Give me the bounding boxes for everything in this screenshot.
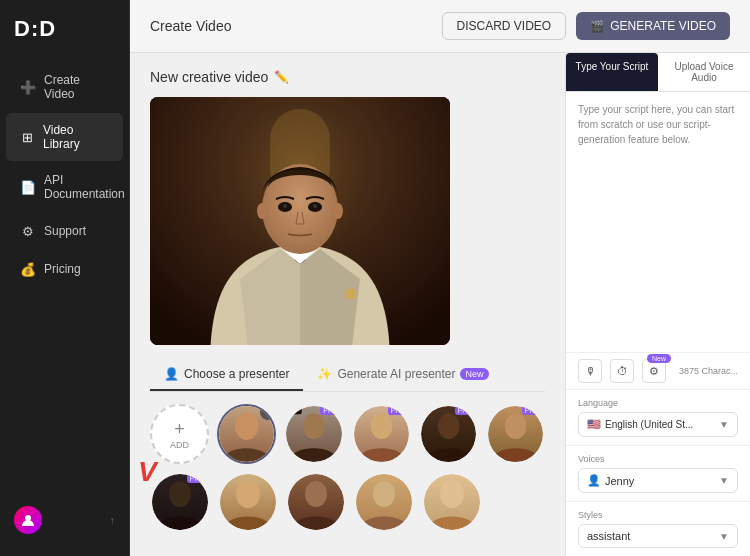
presenter-item-3[interactable]: PRO (352, 404, 411, 464)
page-title: Create Video (150, 18, 231, 34)
tab-choose-presenter[interactable]: 👤 Choose a presenter (150, 359, 303, 391)
presenter-item-5[interactable]: PRO (486, 404, 545, 464)
person-icon: 👤 (164, 367, 179, 381)
sidebar: D:D ➕ Create Video ⊞ Video Library 📄 API… (0, 0, 130, 556)
plus-icon: ➕ (20, 79, 36, 95)
settings-button[interactable]: ⚙ New (642, 359, 666, 383)
styles-section: Styles assistant ▼ (566, 501, 750, 556)
svg-rect-13 (290, 406, 302, 414)
pro-badge-3: PRO (455, 406, 476, 415)
avatar (14, 506, 42, 534)
topbar: Create Video DISCARD VIDEO 🎬 GENERATE VI… (130, 0, 750, 53)
preview-image (150, 97, 450, 345)
svg-point-11 (235, 412, 259, 440)
video-preview (150, 97, 450, 345)
sparkle-icon: ✨ (317, 367, 332, 381)
chevron-down-icon: ▼ (719, 419, 729, 430)
voices-select[interactable]: 👤 Jenny ▼ (578, 468, 738, 493)
presenter-item-8[interactable] (286, 472, 346, 532)
new-badge: New (460, 368, 488, 380)
pro-badge-5: PRO (187, 474, 208, 483)
generate-video-button[interactable]: 🎬 GENERATE VIDEO (576, 12, 730, 40)
presenter-item-10[interactable] (422, 472, 482, 532)
edit-icon[interactable]: ✏️ (274, 70, 289, 84)
script-footer: 🎙 ⏱ ⚙ New 3875 Charac... (566, 352, 750, 389)
doc-icon: 📄 (20, 179, 36, 195)
main-content: Create Video DISCARD VIDEO 🎬 GENERATE VI… (130, 0, 750, 556)
content-area: New creative video ✏️ (130, 53, 750, 556)
flag-icon: 🇺🇸 (587, 418, 601, 431)
presenter-tabs: 👤 Choose a presenter ✨ Generate AI prese… (150, 359, 545, 392)
pro-badge-2: PRO (388, 406, 409, 415)
svg-point-12 (303, 413, 325, 439)
svg-point-10 (333, 203, 343, 219)
svg-point-7 (283, 204, 287, 208)
grid-icon: ⊞ (20, 129, 35, 145)
presenter-grid-container: V + ADD × (150, 404, 545, 540)
presenter-row-2: PRO (150, 472, 545, 532)
dollar-icon: 💰 (20, 261, 36, 277)
presenter-row-1: + ADD × PRO (150, 404, 545, 464)
svg-point-14 (370, 413, 392, 439)
svg-point-18 (236, 480, 260, 508)
script-textarea[interactable]: Type your script here, you can start fro… (566, 92, 750, 352)
discard-video-button[interactable]: DISCARD VIDEO (442, 12, 567, 40)
logo: D:D (0, 12, 129, 62)
microphone-button[interactable]: 🎙 (578, 359, 602, 383)
sidebar-item-create-video[interactable]: ➕ Create Video (6, 63, 123, 111)
video-editor: New creative video ✏️ (130, 53, 565, 556)
presenter-item-1[interactable]: × (217, 404, 276, 464)
v-mark: V (138, 456, 157, 488)
svg-point-8 (313, 204, 317, 208)
script-panel: Type Your Script Upload Voice Audio Type… (565, 53, 750, 556)
sidebar-item-pricing[interactable]: 💰 Pricing (6, 251, 123, 287)
sidebar-item-label: Support (44, 224, 86, 238)
sidebar-item-label: API Documentation (44, 173, 125, 201)
svg-point-16 (505, 413, 527, 439)
svg-point-15 (437, 413, 459, 439)
script-tools: 🎙 ⏱ ⚙ New (578, 359, 666, 383)
add-presenter-button[interactable]: + ADD (150, 404, 209, 464)
video-title-row: New creative video ✏️ (150, 69, 545, 85)
tab-generate-ai[interactable]: ✨ Generate AI presenter New (303, 359, 502, 391)
script-tabs: Type Your Script Upload Voice Audio (566, 53, 750, 92)
clock-button[interactable]: ⏱ (610, 359, 634, 383)
expand-icon: ↑ (110, 514, 116, 526)
sidebar-item-label: Create Video (44, 73, 109, 101)
presenter-item-4[interactable]: PRO (419, 404, 478, 464)
sidebar-item-api-docs[interactable]: 📄 API Documentation (6, 163, 123, 211)
svg-point-17 (169, 481, 191, 507)
svg-point-9 (257, 203, 267, 219)
styles-label: Styles (578, 510, 738, 520)
sidebar-item-video-library[interactable]: ⊞ Video Library (6, 113, 123, 161)
styles-select[interactable]: assistant ▼ (578, 524, 738, 548)
svg-point-20 (373, 481, 395, 507)
tab-upload-audio[interactable]: Upload Voice Audio (658, 53, 750, 91)
language-select[interactable]: 🇺🇸 English (United St... ▼ (578, 412, 738, 437)
pro-badge: PRO (320, 406, 341, 415)
tab-type-script[interactable]: Type Your Script (566, 53, 658, 91)
presenter-item-9[interactable] (354, 472, 414, 532)
language-section: Language 🇺🇸 English (United St... ▼ (566, 389, 750, 445)
presenter-item-6[interactable]: PRO (150, 472, 210, 532)
video-title-text: New creative video (150, 69, 268, 85)
user-profile[interactable]: ↑ (0, 496, 129, 544)
video-icon: 🎬 (590, 20, 604, 33)
topbar-actions: DISCARD VIDEO 🎬 GENERATE VIDEO (442, 12, 730, 40)
voices-section: Voices 👤 Jenny ▼ (566, 445, 750, 501)
voices-label: Voices (578, 454, 738, 464)
presenter-item-2[interactable]: PRO (284, 404, 343, 464)
presenter-item-7[interactable] (218, 472, 278, 532)
remove-presenter-1[interactable]: × (260, 404, 276, 420)
pro-badge-4: PRO (522, 406, 543, 415)
language-label: Language (578, 398, 738, 408)
chevron-down-icon-3: ▼ (719, 531, 729, 542)
char-count: 3875 Charac... (679, 366, 738, 376)
svg-point-19 (305, 481, 327, 507)
svg-point-21 (440, 480, 464, 508)
sidebar-item-support[interactable]: ⚙ Support (6, 213, 123, 249)
chevron-down-icon-2: ▼ (719, 475, 729, 486)
new-badge-tool: New (647, 354, 671, 363)
sidebar-item-label: Video Library (43, 123, 109, 151)
person-voice-icon: 👤 (587, 474, 601, 487)
